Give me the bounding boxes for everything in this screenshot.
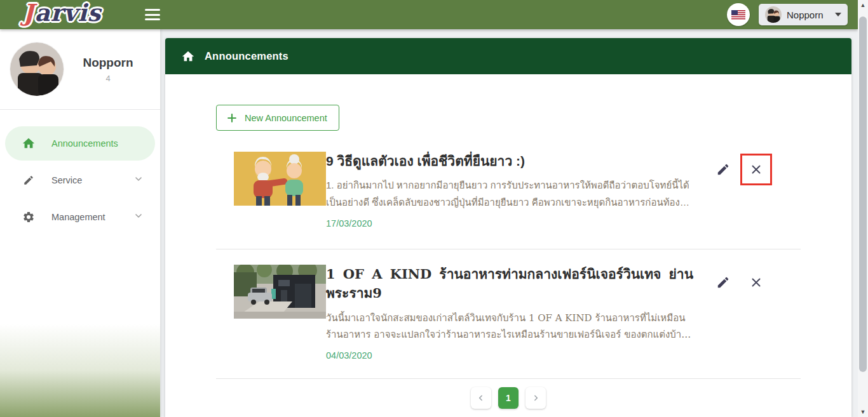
plus-icon xyxy=(226,112,238,124)
profile-name: Nopporn xyxy=(64,56,153,70)
chevron-down-icon xyxy=(133,174,144,187)
us-flag-icon xyxy=(731,10,745,20)
profile-badge: 4 xyxy=(64,74,153,83)
edit-button[interactable] xyxy=(710,157,736,182)
elderly-couple-illustration xyxy=(234,152,326,206)
new-announcement-button[interactable]: New Announcement xyxy=(216,105,339,131)
chevron-down-icon xyxy=(133,211,144,223)
caret-down-icon xyxy=(835,13,841,17)
announcement-row: 1 OF A KIND ร้านอาหารท่ามกลางเฟอร์นิเจอร… xyxy=(216,265,801,361)
edit-pencil-icon xyxy=(716,162,730,176)
logo-text: arvis xyxy=(35,0,102,27)
announcement-date: 17/03/2020 xyxy=(326,218,693,228)
avatar xyxy=(765,6,782,23)
sidebar-menu: Announcements Service Management xyxy=(0,110,160,234)
page-title: Announcements xyxy=(205,50,288,62)
new-announcement-label: New Announcement xyxy=(245,113,327,123)
home-icon xyxy=(21,136,36,150)
sidebar-item-label: Management xyxy=(51,212,133,222)
announcement-text: 1 OF A KIND ร้านอาหารท่ามกลางเฟอร์นิเจอร… xyxy=(326,265,693,361)
user-name: Nopporn xyxy=(787,10,830,20)
announcement-excerpt: 1. อย่ากินมากไป หากอยากมีอายุยืนยาว การร… xyxy=(326,177,693,211)
app-window: Jarvis Nopporn Nopporn xyxy=(0,0,868,417)
scroll-down-arrow[interactable]: ▼ xyxy=(858,407,868,417)
scrollbar-thumb[interactable] xyxy=(859,17,867,372)
user-menu-button[interactable]: Nopporn xyxy=(759,4,848,25)
delete-button[interactable] xyxy=(743,157,769,182)
jarvis-logo[interactable]: Jarvis xyxy=(23,0,101,27)
edit-pencil-icon xyxy=(716,275,730,289)
scroll-up-arrow[interactable]: ▲ xyxy=(858,0,868,10)
pencil-icon xyxy=(21,175,36,186)
logo-letter: J xyxy=(23,0,35,27)
main-content: Announcements New Announcement xyxy=(165,38,851,417)
announcement-title: 1 OF A KIND ร้านอาหารท่ามกลางเฟอร์นิเจอร… xyxy=(326,265,693,303)
restaurant-photo xyxy=(234,265,326,319)
announcement-title: 9 วิธีดูแลตัวเอง เพื่อชีวิตที่ยืนยาว :) xyxy=(326,152,693,171)
announcement-text: 9 วิธีดูแลตัวเอง เพื่อชีวิตที่ยืนยาว :) … xyxy=(326,152,693,228)
announcement-row: 9 วิธีดูแลตัวเอง เพื่อชีวิตที่ยืนยาว :) … xyxy=(216,152,801,228)
delete-button[interactable] xyxy=(743,270,769,295)
page-number-button[interactable]: 1 xyxy=(498,387,519,409)
language-button[interactable] xyxy=(727,3,750,26)
chevron-right-icon xyxy=(531,394,540,402)
gear-icon xyxy=(21,211,36,223)
profile-section: Nopporn 4 xyxy=(0,29,160,109)
topbar: Jarvis Nopporn xyxy=(0,0,858,29)
sidebar-item-label: Announcements xyxy=(51,138,144,149)
divider xyxy=(216,249,801,249)
divider xyxy=(216,378,801,379)
hamburger-menu-icon[interactable] xyxy=(145,8,160,21)
row-actions xyxy=(710,265,769,295)
close-x-icon xyxy=(749,275,763,289)
announcements-panel: New Announcement xyxy=(165,74,851,417)
announcement-date: 04/03/2020 xyxy=(326,350,693,361)
next-page-button[interactable] xyxy=(526,387,546,409)
profile-avatar xyxy=(10,43,64,96)
sidebar-item-label: Service xyxy=(51,175,133,185)
page-header: Announcements xyxy=(165,38,851,74)
sidebar-item-management[interactable]: Management xyxy=(5,200,155,234)
row-actions xyxy=(710,152,769,182)
pagination: 1 xyxy=(216,387,801,409)
chevron-left-icon xyxy=(477,394,485,402)
announcement-list: 9 วิธีดูแลตัวเอง เพื่อชีวิตที่ยืนยาว :) … xyxy=(216,152,801,409)
edit-button[interactable] xyxy=(710,270,736,295)
announcement-excerpt: วันนี้มาเอาใจนักสะสมของเก่าสไตล์วินเทจกั… xyxy=(326,310,693,343)
sidebar: Nopporn 4 Announcements Service xyxy=(0,29,160,417)
prev-page-button[interactable] xyxy=(471,387,491,409)
sidebar-item-announcements[interactable]: Announcements xyxy=(5,126,155,161)
home-icon xyxy=(181,50,195,63)
sidebar-item-service[interactable]: Service xyxy=(5,163,155,197)
scrollbar[interactable]: ▲ ▼ xyxy=(858,0,868,417)
close-x-icon xyxy=(749,162,763,176)
